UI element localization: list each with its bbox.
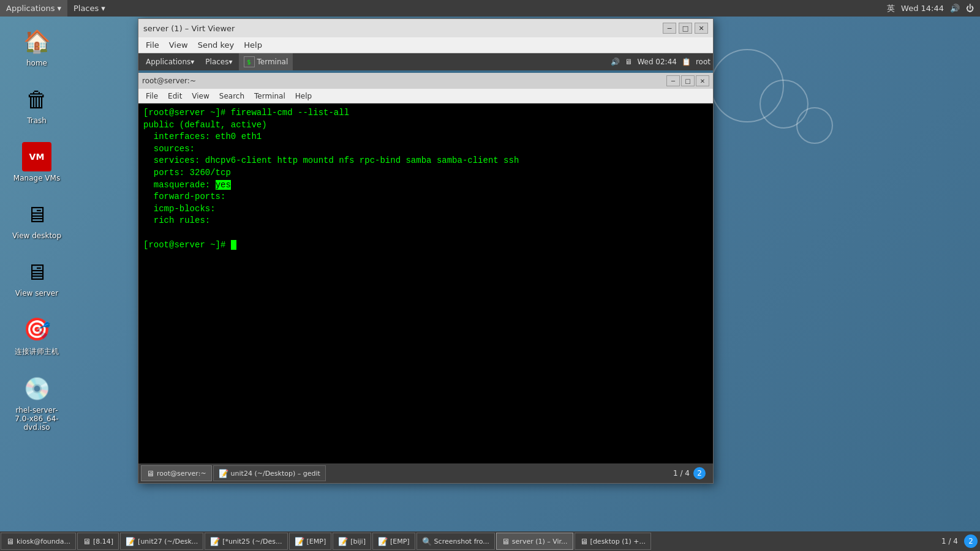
rhel-iso-icon: 💿 xyxy=(22,374,51,403)
bottom-task-screenshot[interactable]: 🔍 Screenshot fro... xyxy=(417,533,495,550)
dropdown-arrow-places: ▾ xyxy=(101,4,105,13)
vv-title-bar: server (1) – Virt Viewer ─ □ ✕ xyxy=(138,19,713,37)
server-virt-task-icon: 🖥 xyxy=(502,537,510,546)
vm-places-menu[interactable]: Places ▾ xyxy=(200,53,237,70)
term-content[interactable]: [root@server ~]# firewall-cmd --list-all… xyxy=(138,103,713,463)
vv-bottom-bar: 🖥 root@server:~ 📝 unit24 (~/Desktop) – g… xyxy=(138,463,713,483)
bottom-task-kiosk[interactable]: 🖥 kiosk@founda... xyxy=(1,533,76,550)
applications-label: Applications xyxy=(6,4,55,13)
term-menu-search[interactable]: Search xyxy=(214,89,249,103)
view-desktop-label: View desktop xyxy=(12,231,61,240)
bottom-task-biji[interactable]: 📝 [biji] xyxy=(333,533,371,550)
term-menu-file[interactable]: File xyxy=(141,89,163,103)
term-menu-edit[interactable]: Edit xyxy=(163,89,187,103)
manage-vms-icon: VM xyxy=(22,142,51,171)
applications-menu[interactable]: Applications ▾ xyxy=(0,0,67,17)
term-maximize-btn[interactable]: □ xyxy=(681,75,695,86)
term-close-btn[interactable]: ✕ xyxy=(696,75,709,86)
vv-title: server (1) – Virt Viewer xyxy=(143,24,235,33)
bottom-bar-right: 1 / 4 2 xyxy=(938,534,980,548)
term-line-12: [root@server ~]# xyxy=(143,239,708,252)
vm-terminal-label: Terminal xyxy=(257,58,288,66)
desktop-icon-home[interactable]: 🏠 home xyxy=(6,24,67,70)
places-label: Places xyxy=(74,4,99,13)
view-desktop-icon: 🖥 xyxy=(22,200,51,229)
term-menu-terminal[interactable]: Terminal xyxy=(249,89,290,103)
unit27-task-label: [unit27 (~/Desk... xyxy=(138,538,198,545)
desktop-task-label: [desktop (1) +... xyxy=(590,538,646,545)
desktop-icon-view-server[interactable]: 🖥 View server xyxy=(6,255,67,300)
bottom-task-unit25[interactable]: 📝 [*unit25 (~/Des... xyxy=(205,533,287,550)
masquerade-yes: yes xyxy=(216,180,231,190)
vv-menu-view[interactable]: View xyxy=(164,37,193,53)
vv-task-gedit-label: unit24 (~/Desktop) – gedit xyxy=(231,470,320,478)
vm-top-bar: Applications ▾ Places ▾ $ Terminal 🔊 🖥 xyxy=(138,53,713,70)
vv-page-btn[interactable]: 2 xyxy=(693,467,706,479)
vv-task-terminal-label: root@server:~ xyxy=(157,470,206,478)
bottom-task-emp1[interactable]: 📝 [EMP] xyxy=(289,533,332,550)
desktop-icons: 🏠 home 🗑 Trash VM Manage VMs 🖥 View desk… xyxy=(6,24,67,434)
places-menu[interactable]: Places ▾ xyxy=(67,0,111,17)
term-minimize-btn[interactable]: ─ xyxy=(666,75,680,86)
emp2-task-label: [EMP] xyxy=(390,538,410,545)
term-line-9: icmp-blocks: xyxy=(143,203,708,216)
vv-minimize-btn[interactable]: ─ xyxy=(663,23,676,34)
deco-circle-2 xyxy=(760,80,809,129)
term-menu-view[interactable]: View xyxy=(187,89,214,103)
vv-close-btn[interactable]: ✕ xyxy=(695,23,708,34)
vm-top-right: 🔊 🖥 Wed 02:44 📋 root xyxy=(611,58,710,66)
vv-maximize-btn[interactable]: □ xyxy=(679,23,692,34)
page-btn[interactable]: 2 xyxy=(964,534,978,548)
language-indicator[interactable]: 英 xyxy=(887,3,895,14)
top-bar-left: Applications ▾ Places ▾ xyxy=(0,0,111,17)
bottom-task-emp2[interactable]: 📝 [EMP] xyxy=(372,533,415,550)
vm-applications-menu[interactable]: Applications ▾ xyxy=(141,53,199,70)
desktop-icon-connect[interactable]: 🎯 连接讲师主机 xyxy=(6,312,67,359)
vm-places-label: Places xyxy=(205,58,228,66)
vv-menu-sendkey[interactable]: Send key xyxy=(193,37,239,53)
vm-applications-label: Applications xyxy=(146,58,190,66)
vm-volume-icon[interactable]: 🔊 xyxy=(611,58,620,66)
vv-task-gedit[interactable]: 📝 unit24 (~/Desktop) – gedit xyxy=(213,465,326,481)
vm-terminal-tab[interactable]: $ Terminal xyxy=(239,53,293,70)
page-indicator: 1 / 4 xyxy=(938,537,962,545)
kiosk-task-icon: 🖥 xyxy=(6,537,14,546)
biji-task-icon: 📝 xyxy=(338,537,348,546)
vv-menu-file[interactable]: File xyxy=(141,37,164,53)
vv-task-terminal[interactable]: 🖥 root@server:~ xyxy=(141,465,212,481)
terminal-tab-icon: $ xyxy=(244,56,255,67)
virt-viewer-window: server (1) – Virt Viewer ─ □ ✕ File View… xyxy=(138,18,714,484)
desktop-icon-rhel-iso[interactable]: 💿 rhel-server-7.0-x86_64-dvd.iso xyxy=(6,372,67,434)
desktop-icon-view-desktop[interactable]: 🖥 View desktop xyxy=(6,197,67,242)
server-virt-task-label: server (1) – Vir... xyxy=(512,538,568,545)
bottom-task-server-virt[interactable]: 🖥 server (1) – Vir... xyxy=(496,533,573,550)
bottom-task-unit27[interactable]: 📝 [unit27 (~/Desk... xyxy=(120,533,203,550)
desktop-icon-manage-vms[interactable]: VM Manage VMs xyxy=(6,140,67,185)
vm-note-icon: 📋 xyxy=(682,58,691,66)
term-title-bar: root@server:~ ─ □ ✕ xyxy=(138,73,713,89)
term-menu-help[interactable]: Help xyxy=(290,89,317,103)
desktop: Applications ▾ Places ▾ 英 Wed 14:44 🔊 ⏻ … xyxy=(0,0,980,551)
desktop-icon-trash[interactable]: 🗑 Trash xyxy=(6,82,67,127)
bottom-task-8-14[interactable]: 🖥 [8.14] xyxy=(77,533,119,550)
vv-task-gedit-icon: 📝 xyxy=(219,469,228,478)
unit25-task-label: [*unit25 (~/Des... xyxy=(222,538,282,545)
term-line-7: masquerade: yes xyxy=(143,179,708,192)
home-icon: 🏠 xyxy=(22,27,51,56)
emp1-task-icon: 📝 xyxy=(295,537,304,546)
top-taskbar: Applications ▾ Places ▾ 英 Wed 14:44 🔊 ⏻ xyxy=(0,0,980,17)
unit27-task-icon: 📝 xyxy=(126,537,135,546)
vm-screen-icon[interactable]: 🖥 xyxy=(625,58,632,66)
vv-menu-help[interactable]: Help xyxy=(239,37,267,53)
bottom-task-desktop[interactable]: 🖥 [desktop (1) +... xyxy=(575,533,651,550)
vv-page-text: 1 / 4 xyxy=(673,469,690,478)
volume-icon[interactable]: 🔊 xyxy=(950,4,960,13)
vv-menubar: File View Send key Help xyxy=(138,37,713,53)
term-line-3: interfaces: eth0 eth1 xyxy=(143,131,708,143)
trash-icon: 🗑 xyxy=(22,84,51,114)
unit25-task-icon: 📝 xyxy=(210,537,220,546)
connect-label: 连接讲师主机 xyxy=(15,347,59,357)
power-icon[interactable]: ⏻ xyxy=(966,4,974,13)
screenshot-task-label: Screenshot fro... xyxy=(434,538,489,545)
vm-user: root xyxy=(696,58,710,66)
